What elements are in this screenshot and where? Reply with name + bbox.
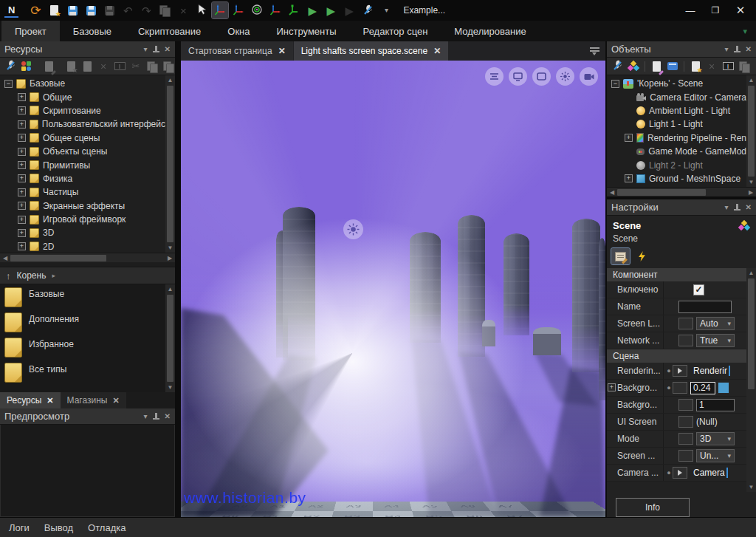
build-tools-button[interactable] [360, 2, 376, 18]
tree-item[interactable]: +Игровой фреймворк [0, 213, 165, 226]
sun-button[interactable] [556, 67, 574, 86]
settings-scrollbar[interactable]: ▲ ▼ [746, 268, 756, 492]
chevron-down-icon[interactable]: ▾ [144, 45, 148, 53]
default-value-button[interactable] [678, 450, 693, 462]
new-object-button[interactable]: ★ [688, 59, 703, 74]
menu-item-7[interactable]: Моделирование [441, 21, 539, 41]
checkbox[interactable]: ✓ [693, 284, 704, 295]
folder-list-item[interactable]: Дополнения [4, 312, 165, 338]
pin-icon[interactable] [153, 45, 159, 54]
camcorder-button[interactable] [580, 67, 598, 86]
scroll-down-icon[interactable]: ▼ [165, 243, 175, 253]
scroll-left-icon[interactable]: ◀ [0, 255, 10, 261]
minimize-button[interactable]: — [679, 2, 701, 18]
scroll-left-icon[interactable]: ◀ [607, 189, 617, 196]
chevron-down-icon[interactable]: ▾ [725, 45, 729, 53]
scroll-down-icon[interactable]: ▼ [165, 383, 175, 392]
objects-tree-scrollbar[interactable]: ▲ ▼ [746, 75, 756, 187]
resources-tree-scrollbar[interactable]: ▲ ▼ [165, 75, 175, 253]
tree-item[interactable]: +Частицы [0, 185, 165, 199]
menu-item-3[interactable]: Скриптование [125, 21, 214, 41]
settings-wrench-button[interactable] [610, 59, 625, 74]
menu-item-2[interactable]: Базовые [60, 21, 125, 41]
pin-icon[interactable] [153, 412, 159, 421]
resources-tree-hscrollbar[interactable]: ◀ ▶ [0, 253, 175, 262]
tree-expander[interactable]: + [18, 202, 26, 210]
close-panel-icon[interactable]: ✕ [746, 45, 752, 53]
splitter-left[interactable] [175, 41, 181, 517]
number-field[interactable]: 1 [696, 399, 735, 411]
scroll-down-icon[interactable]: ▼ [746, 177, 756, 187]
close-tab-icon[interactable]: ✕ [433, 46, 441, 56]
toolbar-overflow-button[interactable]: ▾ [378, 2, 394, 18]
scroll-up-icon[interactable]: ▲ [165, 284, 175, 294]
tree-expander[interactable]: + [18, 174, 26, 182]
shapes-button[interactable] [19, 59, 34, 74]
tree-item[interactable]: +Пользовательский интерфейс [0, 117, 165, 131]
menu-item-1[interactable]: Проект [1, 21, 60, 41]
document-tab[interactable]: Стартовая страница✕ [181, 41, 293, 61]
default-value-button[interactable] [678, 416, 693, 428]
scene-viewport[interactable]: A8A1A2A3A4A5A6A7B8B1B2B3B4B5B6B7C8C1C2C3… [181, 61, 605, 517]
up-arrow-icon[interactable]: ↑ [6, 270, 11, 281]
panel-tab[interactable]: Магазины✕ [61, 392, 126, 408]
tree-expander[interactable]: + [18, 134, 26, 142]
close-tab-icon[interactable]: ✕ [112, 396, 119, 406]
tree-item[interactable]: +Общие [0, 90, 165, 103]
tree-item[interactable]: −Базовые [0, 77, 165, 90]
tree-expander[interactable]: − [4, 80, 13, 88]
refresh-button[interactable]: ⟳ [27, 2, 44, 18]
folder-list-item[interactable]: Избранное [4, 338, 165, 363]
default-value-button[interactable] [678, 399, 693, 411]
tree-expander[interactable]: + [18, 161, 26, 169]
close-button[interactable]: ✕ [729, 2, 752, 18]
properties-tab-icon[interactable] [611, 248, 630, 264]
dropdown[interactable]: Auto▾ [696, 317, 735, 330]
status-tab-логи[interactable]: Логи [9, 522, 30, 533]
scroll-up-icon[interactable]: ▲ [746, 268, 756, 278]
pin-icon[interactable] [734, 203, 740, 212]
save-button[interactable] [64, 2, 80, 18]
section-header[interactable]: Компонент [607, 268, 746, 281]
folder-list-item[interactable]: Базовые [4, 287, 165, 312]
tree-item[interactable]: Ambient Light - Light [607, 104, 746, 117]
menu-overflow-icon[interactable]: ▾ [735, 21, 755, 41]
tree-expander[interactable]: + [18, 188, 26, 196]
tree-item[interactable]: +3D [0, 226, 165, 239]
edit-object-button[interactable] [649, 59, 664, 74]
row-expander[interactable]: + [608, 383, 616, 391]
color-value-field[interactable]: 0.24 [690, 382, 715, 394]
reference-button[interactable] [673, 467, 687, 479]
app-logo[interactable]: N [4, 3, 18, 18]
tree-item[interactable]: +Rendering Pipeline - Ren [607, 131, 746, 145]
default-value-button[interactable] [678, 433, 693, 445]
tree-expander[interactable]: + [625, 174, 633, 182]
tree-item[interactable]: +Физика [0, 172, 165, 185]
tree-item[interactable]: +2D [0, 240, 165, 253]
rename-object-button[interactable]: I [721, 59, 735, 74]
reference-value[interactable]: Renderir [693, 366, 730, 376]
objects-tree-hscrollbar[interactable]: ◀ ▶ [607, 187, 756, 196]
dropdown[interactable]: True▾ [696, 334, 735, 347]
tree-item[interactable]: +Скриптование [0, 104, 165, 117]
tree-item[interactable]: Camera Editor - Camera [607, 90, 746, 103]
tree-expander[interactable]: + [18, 93, 26, 101]
open-window-button[interactable] [665, 59, 680, 74]
display-button[interactable] [509, 67, 527, 86]
close-panel-icon[interactable]: ✕ [746, 203, 752, 211]
color-swatch[interactable] [718, 382, 729, 394]
default-value-button[interactable] [673, 382, 687, 394]
settings-wrench-button[interactable] [3, 59, 18, 74]
move-tool-button[interactable] [212, 2, 228, 18]
light-gizmo-icon[interactable] [343, 219, 363, 239]
menu-item-5[interactable]: Инструменты [264, 21, 350, 41]
tree-expander[interactable]: + [18, 106, 26, 114]
section-header[interactable]: Сцена [607, 349, 746, 363]
scale-tool-button[interactable] [267, 2, 284, 18]
tree-item[interactable]: −'Корень' - Scene [607, 77, 746, 90]
rotate-tool-button[interactable] [249, 2, 265, 18]
new-file-button[interactable]: ★ [46, 2, 62, 18]
text-input[interactable] [678, 301, 732, 313]
close-tab-icon[interactable]: ✕ [47, 396, 53, 406]
tree-expander[interactable]: + [18, 148, 26, 156]
